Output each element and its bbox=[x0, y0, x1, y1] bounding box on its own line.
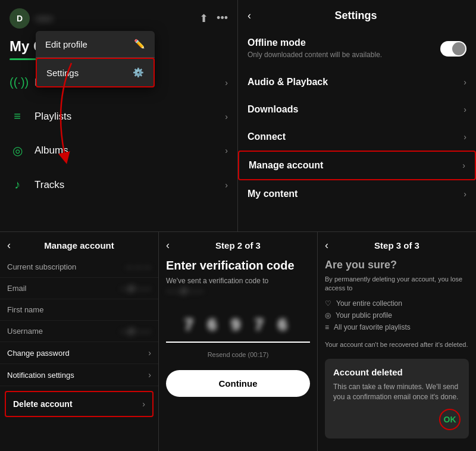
notification-field[interactable]: Notification settings › bbox=[0, 364, 158, 386]
my-content-label: My content bbox=[248, 189, 298, 199]
toggle-knob bbox=[452, 42, 465, 55]
continue-button[interactable]: Continue bbox=[166, 370, 310, 397]
chevron-icon: › bbox=[142, 399, 145, 409]
account-deleted-modal: Account deleted This can take a few minu… bbox=[325, 359, 469, 439]
back-button[interactable]: ‹ bbox=[325, 239, 328, 252]
downloads-item[interactable]: Downloads › bbox=[238, 96, 476, 123]
connect-label: Connect bbox=[248, 131, 286, 142]
edit-profile-label: Edit profile bbox=[45, 39, 87, 49]
nav-item-tracks[interactable]: ♪ Tracks › bbox=[0, 168, 237, 201]
offline-mode-label: Offline mode bbox=[248, 37, 382, 48]
username-value: ---@---.--- bbox=[121, 327, 151, 336]
code-dots: 7 6 9 7 6 bbox=[184, 315, 292, 334]
downloads-label: Downloads bbox=[248, 104, 298, 115]
edit-profile-item[interactable]: Edit profile ✏️ bbox=[36, 31, 155, 58]
notification-label: Notification settings bbox=[7, 371, 74, 380]
playlists-label: Playlists bbox=[35, 111, 71, 123]
confirmation-header: ‹ Step 3 of 3 bbox=[318, 232, 476, 256]
back-button[interactable]: ‹ bbox=[248, 10, 251, 22]
email-label: Email bbox=[7, 284, 27, 293]
list-item-text: Your entire collection bbox=[336, 299, 402, 308]
settings-header: ‹ Settings bbox=[238, 0, 476, 29]
username-field: Username ---@---.--- bbox=[0, 321, 158, 342]
change-password-field[interactable]: Change password › bbox=[0, 342, 158, 364]
sent-to: ------@---.--- bbox=[166, 287, 203, 295]
audio-playback-item[interactable]: Audio & Playback › bbox=[238, 68, 476, 96]
chevron-icon: › bbox=[464, 77, 466, 87]
tracks-icon: ♪ bbox=[10, 178, 25, 192]
delete-account-row[interactable]: Delete account › bbox=[5, 391, 154, 417]
manage-account-title: Manage account bbox=[17, 240, 142, 250]
albums-label: Albums bbox=[35, 145, 68, 156]
list-item: ◎ Your public profile bbox=[325, 311, 469, 320]
manage-account-panel: ‹ Manage account Current subscription --… bbox=[0, 232, 159, 451]
chevron-icon: › bbox=[225, 78, 228, 87]
chevron-icon: › bbox=[462, 161, 465, 170]
share-icon[interactable]: ⬆ bbox=[199, 12, 208, 25]
manage-account-item[interactable]: Manage account › bbox=[238, 151, 476, 180]
code-underline bbox=[166, 342, 310, 343]
settings-title: Settings bbox=[257, 10, 455, 22]
sure-list: ♡ Your entire collection ◎ Your public p… bbox=[318, 299, 476, 341]
email-value: ---@---.--- bbox=[121, 284, 151, 293]
chevron-icon: › bbox=[148, 370, 151, 380]
verify-subtitle: We've sent a verification code to ------… bbox=[159, 276, 317, 303]
nav-item-albums[interactable]: ◎ Albums › bbox=[0, 134, 237, 167]
back-button[interactable]: ‹ bbox=[7, 239, 11, 252]
avatar: D bbox=[10, 8, 30, 29]
profile-icon: ◎ bbox=[325, 311, 331, 320]
more-icon[interactable]: ••• bbox=[217, 12, 228, 25]
chevron-icon: › bbox=[464, 105, 466, 114]
connect-item[interactable]: Connect › bbox=[238, 123, 476, 151]
offline-toggle[interactable] bbox=[440, 41, 466, 57]
firstname-label: First name bbox=[7, 305, 43, 314]
subtitle-text: We've sent a verification code to bbox=[166, 277, 268, 285]
header-icons: ⬆ ••• bbox=[199, 12, 228, 25]
firstname-field: First name bbox=[0, 299, 158, 321]
nav-item-playlists[interactable]: ≡ Playlists › bbox=[0, 100, 237, 133]
offline-mode-sublabel: Only downloaded content will be availabl… bbox=[248, 50, 382, 60]
settings-label: Settings bbox=[46, 68, 79, 78]
settings-panel: ‹ Settings Offline mode Only downloaded … bbox=[238, 0, 476, 231]
list-item-text: Your public profile bbox=[336, 311, 392, 320]
step-label: Step 3 of 3 bbox=[334, 240, 459, 250]
chevron-icon: › bbox=[148, 348, 151, 358]
list-item: ≡ All your favorite playlists bbox=[325, 323, 469, 331]
offline-mode-item: Offline mode Only downloaded content wil… bbox=[238, 29, 476, 68]
modal-title: Account deleted bbox=[333, 367, 461, 377]
album-icon: ◎ bbox=[10, 143, 25, 158]
playlist-icon: ≡ bbox=[325, 323, 329, 331]
list-item: ♡ Your entire collection bbox=[325, 299, 469, 308]
settings-item[interactable]: Settings ⚙️ bbox=[36, 58, 155, 87]
chevron-icon: › bbox=[464, 189, 466, 199]
radio-icon: ((·)) bbox=[10, 76, 25, 89]
back-button[interactable]: ‹ bbox=[166, 239, 170, 252]
ok-button[interactable]: OK bbox=[439, 409, 461, 430]
chevron-icon: › bbox=[225, 146, 228, 155]
subscription-label: Current subscription bbox=[7, 262, 76, 271]
chevron-icon: › bbox=[225, 112, 228, 121]
email-field: Email ---@---.--- bbox=[0, 278, 158, 299]
left-panel: D ------ ⬆ ••• Edit profile ✏️ Settings … bbox=[0, 0, 238, 231]
heart-icon: ♡ bbox=[325, 299, 331, 308]
cant-recover: Your account can't be recovered after it… bbox=[318, 341, 476, 354]
code-input-area: 7 6 9 7 6 bbox=[159, 303, 317, 340]
resend-code[interactable]: Resend code (00:17) bbox=[159, 349, 317, 361]
step-label: Step 2 of 3 bbox=[176, 240, 300, 250]
subscription-field: Current subscription --- --- --- bbox=[0, 256, 158, 278]
chevron-icon: › bbox=[225, 180, 228, 190]
modal-text: This can take a few minutes. We'll send … bbox=[333, 382, 461, 402]
panel-header: D ------ ⬆ ••• bbox=[0, 0, 237, 35]
manage-account-label: Manage account bbox=[249, 160, 323, 171]
delete-account-label: Delete account bbox=[13, 399, 73, 409]
list-item-text: All your favorite playlists bbox=[334, 323, 411, 331]
dropdown-menu: Edit profile ✏️ Settings ⚙️ bbox=[36, 31, 155, 87]
verify-title: Enter verification code bbox=[159, 256, 317, 276]
verification-header: ‹ Step 2 of 3 bbox=[159, 232, 317, 256]
chevron-icon: › bbox=[464, 132, 466, 142]
verification-panel: ‹ Step 2 of 3 Enter verification code We… bbox=[159, 232, 318, 451]
edit-icon: ✏️ bbox=[134, 39, 145, 49]
my-content-item[interactable]: My content › bbox=[238, 180, 476, 208]
confirmation-panel: ‹ Step 3 of 3 Are you sure? By permanent… bbox=[318, 232, 476, 451]
sure-title: Are you sure? bbox=[318, 256, 476, 275]
